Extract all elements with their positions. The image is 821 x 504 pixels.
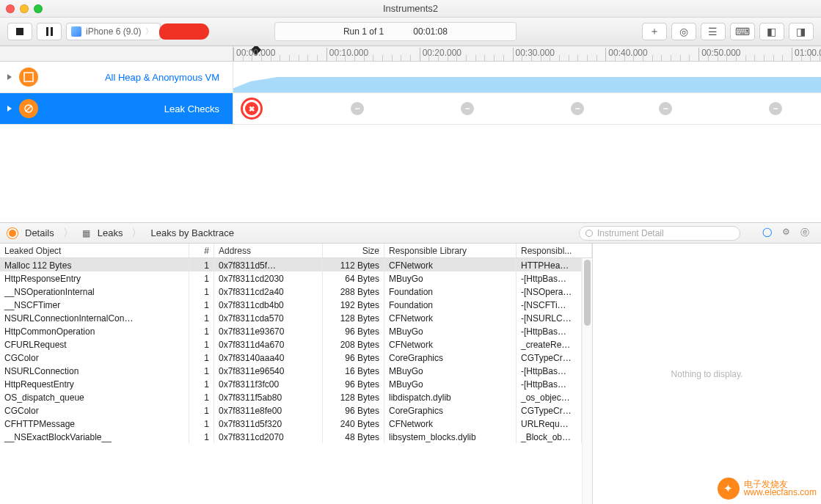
cell-resp: -[HttpBas…	[517, 324, 582, 337]
cell-ct: 1	[189, 271, 214, 285]
cell-ct: 1	[189, 364, 214, 377]
table-header[interactable]: Leaked Object # Address Size Responsible…	[0, 244, 592, 258]
leak-marker[interactable]	[659, 102, 672, 115]
instrument-dot-icon	[7, 228, 18, 238]
ruler-tick: 00:40.000	[605, 48, 647, 61]
leak-marker[interactable]	[461, 102, 474, 115]
cell-obj: __NSOperationInternal	[0, 285, 189, 298]
ruler-tick: 00:10.000	[326, 48, 368, 61]
settings-gear-icon[interactable]: ⚙	[782, 227, 790, 239]
cell-resp: -[NSCFTi…	[517, 298, 582, 311]
view-keyboard-button[interactable]: ⌨	[730, 23, 755, 40]
cell-obj: __NSExactBlockVariable__	[0, 430, 189, 443]
view-list-button[interactable]: ☰	[701, 23, 726, 40]
target-icon: ◎	[679, 26, 688, 37]
table-row[interactable]: CGColor10x7f83140aaa4096 BytesCoreGraphi…	[0, 351, 582, 364]
heap-area-chart	[233, 65, 821, 92]
ruler-tick: 01:00.000	[792, 48, 821, 61]
details-button[interactable]: Details	[25, 227, 54, 238]
strategy-button[interactable]: ◎	[671, 23, 696, 40]
table-row[interactable]: __NSExactBlockVariable__10x7f8311cd20704…	[0, 430, 582, 443]
cell-resp: URLRequ…	[517, 417, 582, 430]
table-row[interactable]: Malloc 112 Bytes10x7f8311d5f…112 BytesCF…	[0, 258, 582, 271]
empty-state-label: Nothing to display.	[671, 369, 743, 379]
info-e-icon[interactable]: ⓔ	[800, 227, 809, 239]
filter-input[interactable]: Instrument Detail	[579, 226, 740, 241]
cell-addr: 0x7f8311cd2a40	[214, 285, 323, 298]
leak-marker[interactable]	[351, 102, 364, 115]
table-body: Malloc 112 Bytes10x7f8311d5f…112 BytesCF…	[0, 258, 582, 504]
device-icon	[71, 26, 81, 37]
table-row[interactable]: __NSCFTimer10x7f8311cdb4b0192 BytesFound…	[0, 298, 582, 311]
pause-button[interactable]	[37, 23, 62, 40]
col-responsible[interactable]: Responsibl...	[517, 244, 592, 258]
cell-addr: 0x7f8311e96540	[214, 364, 323, 377]
table-row[interactable]: CFURLRequest10x7f8311d4a670208 BytesCFNe…	[0, 337, 582, 351]
cell-resp: _Block_ob…	[517, 430, 582, 443]
record-stop-button[interactable]	[7, 23, 32, 40]
extended-detail-button[interactable]: ◯	[762, 227, 772, 239]
allocations-icon	[19, 67, 38, 87]
cell-lib: MBuyGo	[384, 377, 517, 390]
col-leaked-object[interactable]: Leaked Object	[0, 244, 189, 258]
leak-marker[interactable]	[571, 102, 584, 115]
cell-ct: 1	[189, 417, 214, 430]
table-row[interactable]: __NSOperationInternal10x7f8311cd2a40288 …	[0, 285, 582, 298]
cell-obj: NSURLConnectionInternalCon…	[0, 311, 189, 324]
cell-addr: 0x7f8311cd2030	[214, 271, 323, 285]
col-responsible-library[interactable]: Responsible Library	[384, 244, 517, 258]
table-row[interactable]: HttpResponseEntry10x7f8311cd203064 Bytes…	[0, 271, 582, 285]
cell-addr: 0x7f83140aaa40	[214, 351, 323, 364]
leaks-track[interactable]	[233, 93, 821, 124]
col-size[interactable]: Size	[323, 244, 384, 258]
leak-marker[interactable]	[769, 102, 782, 115]
cell-size: 48 Bytes	[323, 430, 384, 443]
disclosure-triangle-icon[interactable]	[7, 106, 15, 112]
cell-obj: HttpResponseEntry	[0, 271, 189, 285]
cell-size: 288 Bytes	[323, 285, 384, 298]
window-title: Instruments2	[0, 3, 821, 14]
cell-resp: -[HttpBas…	[517, 271, 582, 285]
cell-lib: Foundation	[384, 285, 517, 298]
leak-marker-red[interactable]	[245, 102, 258, 115]
scrollbar-thumb[interactable]	[584, 260, 591, 326]
instrument-row-allocations[interactable]: All Heap & Anonymous VM	[0, 62, 821, 93]
allocations-track[interactable]	[233, 62, 821, 92]
cell-ct: 1	[189, 337, 214, 351]
breadcrumb-backtrace[interactable]: Leaks by Backtrace	[150, 227, 233, 238]
cell-addr: 0x7f8311f3fc00	[214, 377, 323, 390]
breadcrumb-leaks[interactable]: Leaks	[98, 227, 123, 238]
lower-pane: Leaked Object # Address Size Responsible…	[0, 244, 821, 504]
toggle-right-panel-button[interactable]: ◨	[789, 23, 814, 40]
toggle-left-panel-button[interactable]: ◧	[759, 23, 784, 40]
cell-ct: 1	[189, 324, 214, 337]
cell-resp: _os_objec…	[517, 390, 582, 403]
cell-addr: 0x7f8311d4a670	[214, 337, 323, 351]
cell-size: 208 Bytes	[323, 337, 384, 351]
cell-resp: -[HttpBas…	[517, 364, 582, 377]
cell-lib: libsystem_blocks.dylib	[384, 430, 517, 443]
instrument-row-leaks[interactable]: Leak Checks	[0, 93, 821, 125]
vertical-scrollbar[interactable]	[582, 258, 592, 504]
toolbar: iPhone 6 (9.0) 〉 Run 1 of 1 00:01:08 ＋ ◎…	[0, 18, 821, 46]
col-count[interactable]: #	[189, 244, 214, 258]
time-ruler[interactable]: 00:00.00000:10.00000:20.00000:30.00000:4…	[0, 46, 821, 62]
table-row[interactable]: HttpCommonOperation10x7f8311e9367096 Byt…	[0, 324, 582, 337]
run-display[interactable]: Run 1 of 1 00:01:08	[274, 22, 517, 41]
disclosure-triangle-icon[interactable]	[7, 74, 15, 80]
table-row[interactable]: CGColor10x7f8311e8fe0096 BytesCoreGraphi…	[0, 403, 582, 417]
target-selector[interactable]: iPhone 6 (9.0) 〉	[66, 23, 161, 40]
table-row[interactable]: HttpRequestEntry10x7f8311f3fc0096 BytesM…	[0, 377, 582, 390]
cell-ct: 1	[189, 311, 214, 324]
redacted-process-name	[159, 23, 209, 40]
cell-size: 96 Bytes	[323, 324, 384, 337]
add-instrument-button[interactable]: ＋	[642, 23, 667, 40]
table-row[interactable]: CFHTTPMessage10x7f8311d5f320240 BytesCFN…	[0, 417, 582, 430]
table-row[interactable]: OS_dispatch_queue10x7f8311f5ab80128 Byte…	[0, 390, 582, 403]
table-row[interactable]: NSURLConnection10x7f8311e9654016 BytesMB…	[0, 364, 582, 377]
cell-lib: CoreGraphics	[384, 351, 517, 364]
col-address[interactable]: Address	[214, 244, 323, 258]
table-row[interactable]: NSURLConnectionInternalCon…10x7f8311cda5…	[0, 311, 582, 324]
cell-ct: 1	[189, 285, 214, 298]
details-bar: Details 〉 ▦ Leaks 〉 Leaks by Backtrace I…	[0, 222, 821, 244]
